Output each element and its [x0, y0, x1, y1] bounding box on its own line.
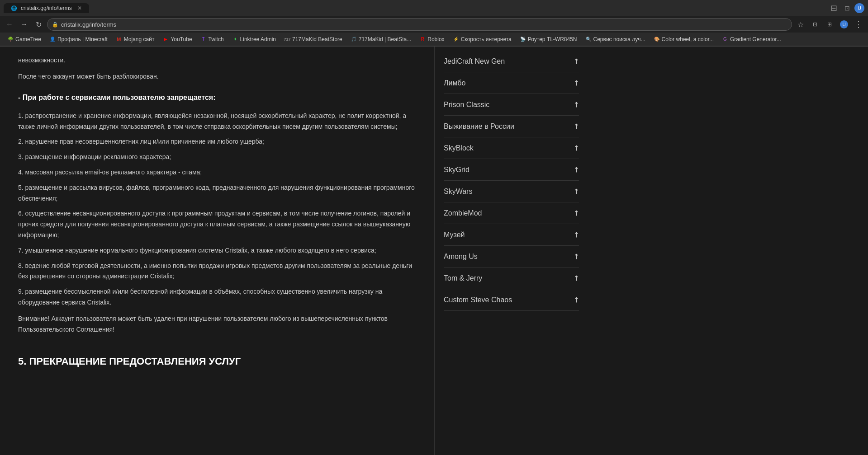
bookmark-servis[interactable]: 🔍 Сервис поиска луч... [582, 35, 649, 43]
arrow-icon-tomjerry: ↗ [571, 273, 581, 283]
tab-close[interactable]: ✕ [77, 5, 82, 11]
bookmark-linktree[interactable]: ✦ Linktree Admin [228, 35, 280, 43]
active-tab[interactable]: 🌐 cristalix.gg/info/terms ✕ [4, 3, 89, 13]
bookmark-roblox[interactable]: R Roblox [416, 35, 448, 43]
sidebar-label-jedicraft: JediCraft New Gen [444, 57, 505, 66]
list-item-4: 4. массовая рассылка email-ов рекламного… [18, 167, 416, 178]
intro-text-2: После чего аккаунт может быть разблокиро… [18, 71, 416, 82]
user-avatar[interactable]: U [854, 3, 864, 13]
bookmark-twitch[interactable]: T Twitch [197, 35, 228, 43]
sidebar-item-limbo[interactable]: Лимбо ↗ [444, 72, 579, 94]
browser-chrome: 🌐 cristalix.gg/info/terms ✕ ⊟ ⊡ U ← → ↻ … [0, 0, 868, 47]
arrow-icon-zombiemod: ↗ [571, 208, 581, 218]
sidebar-item-muzei[interactable]: Музей ↗ [444, 224, 579, 246]
sidebar-label-muzei: Музей [444, 231, 465, 239]
list-item-6: 6. осуществление несанкционированного до… [18, 208, 416, 240]
bookmark-gametree[interactable]: 🌳 GameTree [4, 35, 45, 43]
minecraft-icon: 👤 [49, 36, 56, 42]
menu-btn[interactable]: ⋮ [853, 19, 864, 30]
bookmark-star[interactable]: ☆ [795, 19, 806, 30]
reload-button[interactable]: ↻ [33, 19, 44, 30]
sidebar-item-jedicraft[interactable]: JediCraft New Gen ↗ [444, 51, 579, 72]
sidebar-label-prison: Prison Classic [444, 101, 489, 109]
extensions-btn[interactable]: ⊞ [824, 19, 835, 30]
address-bar[interactable]: 🔒 cristalix.gg/info/terms [47, 18, 792, 31]
list-item-3: 3. размещение информации рекламного хара… [18, 152, 416, 163]
arrow-icon-amongus: ↗ [571, 251, 581, 262]
list-item-7: 7. умышленное нарушение нормального функ… [18, 245, 416, 256]
arrow-icon-customsteve: ↗ [571, 295, 581, 305]
cast-btn[interactable]: ⊡ [809, 19, 821, 30]
gametree-icon: 🌳 [7, 36, 14, 42]
arrow-icon-skyblock: ↗ [571, 143, 581, 153]
sidebar-label-skygrid: SkyGrid [444, 166, 470, 174]
bookmark-beatstore[interactable]: 717 717MaKid BeatStore [280, 35, 346, 43]
beatstore-icon: 717 [284, 36, 290, 42]
back-button[interactable]: ← [4, 19, 15, 30]
sidebar-label-limbo: Лимбо [444, 79, 465, 87]
sidebar: JediCraft New Gen ↗ Лимбо ↗ Prison Class… [434, 46, 588, 455]
colorwheel-icon: 🎨 [654, 36, 660, 42]
list-item-5: 5. размещение и рассылка вирусов, файлов… [18, 183, 416, 204]
tab-title: cristalix.gg/info/terms [21, 5, 72, 11]
list-item-9: 9. размещение бессмысленной и/или беспол… [18, 286, 416, 308]
sidebar-item-tomjerry[interactable]: Tom & Jerry ↗ [444, 267, 579, 289]
router-icon: 📡 [520, 36, 526, 42]
page-wrapper: невозможности. После чего аккаунт может … [0, 46, 868, 455]
sidebar-item-skywars[interactable]: SkyWars ↗ [444, 181, 579, 202]
arrow-icon-prison: ↗ [571, 99, 581, 110]
sidebar-item-customsteve[interactable]: Custom Steve Chaos ↗ [444, 289, 579, 311]
intro-text-1: невозможности. [18, 55, 416, 66]
section-header: - При работе с сервисами пользователю за… [18, 91, 416, 103]
restore-btn[interactable]: ⊡ [842, 5, 853, 12]
roblox-icon: R [419, 36, 426, 42]
gradient-icon: G [722, 36, 728, 42]
nav-bar: ← → ↻ 🔒 cristalix.gg/info/terms ☆ ⊡ ⊞ U … [0, 16, 868, 33]
bookmark-youtube[interactable]: ▶ YouTube [159, 35, 195, 43]
forward-button[interactable]: → [18, 19, 30, 30]
servis-icon: 🔍 [585, 36, 592, 42]
bookmark-profile-minecraft[interactable]: 👤 Профиль | Minecraft [46, 35, 111, 43]
arrow-icon-skywars: ↗ [571, 186, 581, 197]
minimize-btn[interactable]: ⊟ [828, 3, 840, 13]
sidebar-label-vyzhivanie: Выживание в России [444, 122, 514, 131]
sidebar-label-tomjerry: Tom & Jerry [444, 274, 482, 282]
youtube-icon: ▶ [162, 36, 169, 42]
bookmark-speed[interactable]: ⚡ Скорость интернета [449, 35, 515, 43]
sidebar-item-amongus[interactable]: Among Us ↗ [444, 246, 579, 267]
mojang-icon: M [116, 36, 122, 42]
sidebar-item-skyblock[interactable]: SkyBlock ↗ [444, 137, 579, 159]
warning-text: Внимание! Аккаунт пользователя может быт… [18, 314, 416, 335]
list-item-8: 8. ведение любой торговой деятельности, … [18, 261, 416, 282]
linktree-icon: ✦ [232, 36, 238, 42]
lock-icon: 🔒 [52, 22, 58, 28]
list-item-2: 2. нарушение прав несовершеннолетних лиц… [18, 136, 416, 147]
beatsta-icon: 🎵 [351, 36, 357, 42]
sidebar-item-skygrid[interactable]: SkyGrid ↗ [444, 159, 579, 181]
sidebar-label-skyblock: SkyBlock [444, 144, 474, 152]
sidebar-item-prison[interactable]: Prison Classic ↗ [444, 94, 579, 116]
bookmark-gradient[interactable]: G Gradient Generator... [718, 35, 785, 43]
section5-title: 5. ПРЕКРАЩЕНИЕ ПРЕДОСТАВЛЕНИЯ УСЛУГ [18, 353, 416, 370]
bookmark-colorwheel[interactable]: 🎨 Color wheel, a color... [650, 35, 717, 43]
bookmark-beatsta[interactable]: 🎵 717MaKid | BeatSta... [347, 35, 415, 43]
bookmark-mojang[interactable]: M Mojang сайт [112, 35, 158, 43]
sidebar-label-customsteve: Custom Steve Chaos [444, 296, 512, 304]
profile-btn[interactable]: U [838, 19, 850, 30]
arrow-icon-jedicraft: ↗ [571, 56, 581, 66]
bookmark-router[interactable]: 📡 Роутер TL-WR845N [516, 35, 581, 43]
arrow-icon-skygrid: ↗ [571, 164, 581, 175]
sidebar-item-zombiemod[interactable]: ZombieMod ↗ [444, 202, 579, 224]
twitch-icon: T [200, 36, 207, 42]
arrow-icon-vyzhivanie: ↗ [571, 121, 581, 131]
sidebar-item-vyzhivanie[interactable]: Выживание в России ↗ [444, 116, 579, 137]
tab-favicon: 🌐 [11, 5, 17, 11]
sidebar-label-amongus: Among Us [444, 253, 478, 261]
sidebar-label-zombiemod: ZombieMod [444, 209, 482, 217]
arrow-icon-limbo: ↗ [571, 78, 581, 88]
list-item-1: 1. распространение и хранение информации… [18, 111, 416, 132]
main-content: невозможности. После чего аккаунт может … [0, 46, 434, 455]
speed-icon: ⚡ [453, 36, 459, 42]
sidebar-label-skywars: SkyWars [444, 188, 472, 196]
url-text: cristalix.gg/info/terms [61, 21, 116, 28]
